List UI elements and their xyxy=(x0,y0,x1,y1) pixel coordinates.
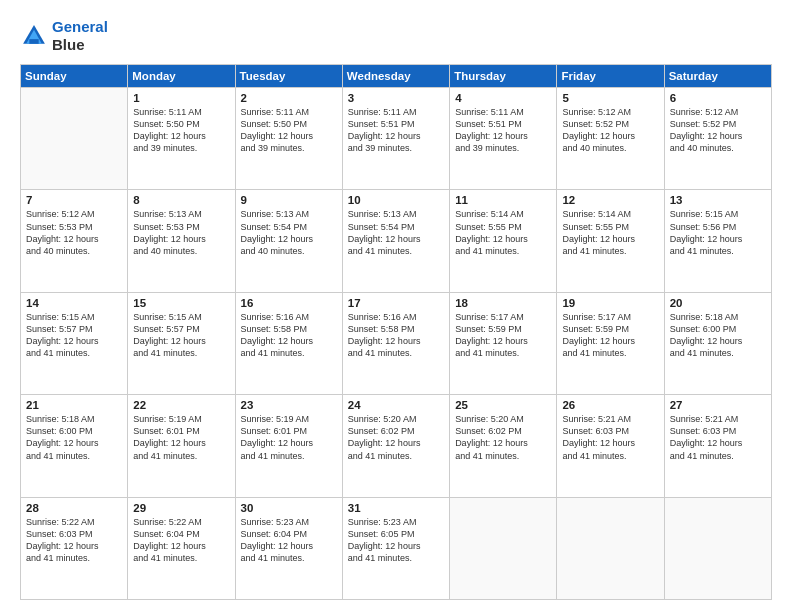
logo-text: General Blue xyxy=(52,18,108,54)
day-cell: 8Sunrise: 5:13 AM Sunset: 5:53 PM Daylig… xyxy=(128,190,235,292)
day-number: 11 xyxy=(455,194,551,206)
day-number: 24 xyxy=(348,399,444,411)
day-info: Sunrise: 5:12 AM Sunset: 5:53 PM Dayligh… xyxy=(26,208,122,257)
day-cell: 14Sunrise: 5:15 AM Sunset: 5:57 PM Dayli… xyxy=(21,292,128,394)
day-number: 18 xyxy=(455,297,551,309)
weekday-header-monday: Monday xyxy=(128,65,235,88)
day-cell: 31Sunrise: 5:23 AM Sunset: 6:05 PM Dayli… xyxy=(342,497,449,599)
weekday-header-saturday: Saturday xyxy=(664,65,771,88)
day-number: 13 xyxy=(670,194,766,206)
day-number: 12 xyxy=(562,194,658,206)
weekday-header-sunday: Sunday xyxy=(21,65,128,88)
day-info: Sunrise: 5:17 AM Sunset: 5:59 PM Dayligh… xyxy=(455,311,551,360)
day-cell: 2Sunrise: 5:11 AM Sunset: 5:50 PM Daylig… xyxy=(235,88,342,190)
week-row-3: 14Sunrise: 5:15 AM Sunset: 5:57 PM Dayli… xyxy=(21,292,772,394)
day-info: Sunrise: 5:11 AM Sunset: 5:51 PM Dayligh… xyxy=(455,106,551,155)
calendar: SundayMondayTuesdayWednesdayThursdayFrid… xyxy=(20,64,772,600)
day-number: 7 xyxy=(26,194,122,206)
day-number: 28 xyxy=(26,502,122,514)
day-number: 25 xyxy=(455,399,551,411)
day-cell: 10Sunrise: 5:13 AM Sunset: 5:54 PM Dayli… xyxy=(342,190,449,292)
day-cell: 27Sunrise: 5:21 AM Sunset: 6:03 PM Dayli… xyxy=(664,395,771,497)
day-cell: 28Sunrise: 5:22 AM Sunset: 6:03 PM Dayli… xyxy=(21,497,128,599)
logo: General Blue xyxy=(20,18,108,54)
day-cell: 18Sunrise: 5:17 AM Sunset: 5:59 PM Dayli… xyxy=(450,292,557,394)
logo-icon xyxy=(20,22,48,50)
header: General Blue xyxy=(20,18,772,54)
day-cell: 26Sunrise: 5:21 AM Sunset: 6:03 PM Dayli… xyxy=(557,395,664,497)
day-number: 30 xyxy=(241,502,337,514)
day-cell: 29Sunrise: 5:22 AM Sunset: 6:04 PM Dayli… xyxy=(128,497,235,599)
day-cell: 7Sunrise: 5:12 AM Sunset: 5:53 PM Daylig… xyxy=(21,190,128,292)
weekday-header-thursday: Thursday xyxy=(450,65,557,88)
week-row-5: 28Sunrise: 5:22 AM Sunset: 6:03 PM Dayli… xyxy=(21,497,772,599)
day-number: 9 xyxy=(241,194,337,206)
day-number: 4 xyxy=(455,92,551,104)
day-cell: 19Sunrise: 5:17 AM Sunset: 5:59 PM Dayli… xyxy=(557,292,664,394)
day-cell: 20Sunrise: 5:18 AM Sunset: 6:00 PM Dayli… xyxy=(664,292,771,394)
day-info: Sunrise: 5:22 AM Sunset: 6:03 PM Dayligh… xyxy=(26,516,122,565)
day-info: Sunrise: 5:13 AM Sunset: 5:54 PM Dayligh… xyxy=(241,208,337,257)
week-row-4: 21Sunrise: 5:18 AM Sunset: 6:00 PM Dayli… xyxy=(21,395,772,497)
day-cell: 30Sunrise: 5:23 AM Sunset: 6:04 PM Dayli… xyxy=(235,497,342,599)
day-number: 26 xyxy=(562,399,658,411)
day-cell: 13Sunrise: 5:15 AM Sunset: 5:56 PM Dayli… xyxy=(664,190,771,292)
day-cell: 16Sunrise: 5:16 AM Sunset: 5:58 PM Dayli… xyxy=(235,292,342,394)
day-info: Sunrise: 5:15 AM Sunset: 5:56 PM Dayligh… xyxy=(670,208,766,257)
day-cell: 22Sunrise: 5:19 AM Sunset: 6:01 PM Dayli… xyxy=(128,395,235,497)
day-info: Sunrise: 5:11 AM Sunset: 5:50 PM Dayligh… xyxy=(241,106,337,155)
day-cell: 9Sunrise: 5:13 AM Sunset: 5:54 PM Daylig… xyxy=(235,190,342,292)
day-number: 17 xyxy=(348,297,444,309)
day-number: 2 xyxy=(241,92,337,104)
day-cell: 21Sunrise: 5:18 AM Sunset: 6:00 PM Dayli… xyxy=(21,395,128,497)
day-cell: 23Sunrise: 5:19 AM Sunset: 6:01 PM Dayli… xyxy=(235,395,342,497)
day-number: 3 xyxy=(348,92,444,104)
weekday-header-tuesday: Tuesday xyxy=(235,65,342,88)
day-cell xyxy=(664,497,771,599)
day-info: Sunrise: 5:19 AM Sunset: 6:01 PM Dayligh… xyxy=(241,413,337,462)
day-cell: 15Sunrise: 5:15 AM Sunset: 5:57 PM Dayli… xyxy=(128,292,235,394)
day-number: 27 xyxy=(670,399,766,411)
day-number: 22 xyxy=(133,399,229,411)
day-info: Sunrise: 5:20 AM Sunset: 6:02 PM Dayligh… xyxy=(348,413,444,462)
weekday-header-row: SundayMondayTuesdayWednesdayThursdayFrid… xyxy=(21,65,772,88)
day-cell: 6Sunrise: 5:12 AM Sunset: 5:52 PM Daylig… xyxy=(664,88,771,190)
day-info: Sunrise: 5:23 AM Sunset: 6:05 PM Dayligh… xyxy=(348,516,444,565)
weekday-header-wednesday: Wednesday xyxy=(342,65,449,88)
calendar-body: 1Sunrise: 5:11 AM Sunset: 5:50 PM Daylig… xyxy=(21,88,772,600)
day-info: Sunrise: 5:18 AM Sunset: 6:00 PM Dayligh… xyxy=(26,413,122,462)
page: General Blue SundayMondayTuesdayWednesda… xyxy=(0,0,792,612)
day-cell: 5Sunrise: 5:12 AM Sunset: 5:52 PM Daylig… xyxy=(557,88,664,190)
day-cell: 17Sunrise: 5:16 AM Sunset: 5:58 PM Dayli… xyxy=(342,292,449,394)
day-info: Sunrise: 5:16 AM Sunset: 5:58 PM Dayligh… xyxy=(348,311,444,360)
day-number: 20 xyxy=(670,297,766,309)
day-cell xyxy=(21,88,128,190)
svg-rect-2 xyxy=(29,39,38,44)
day-number: 14 xyxy=(26,297,122,309)
day-number: 19 xyxy=(562,297,658,309)
day-info: Sunrise: 5:23 AM Sunset: 6:04 PM Dayligh… xyxy=(241,516,337,565)
day-info: Sunrise: 5:14 AM Sunset: 5:55 PM Dayligh… xyxy=(562,208,658,257)
day-info: Sunrise: 5:11 AM Sunset: 5:50 PM Dayligh… xyxy=(133,106,229,155)
day-number: 16 xyxy=(241,297,337,309)
day-info: Sunrise: 5:16 AM Sunset: 5:58 PM Dayligh… xyxy=(241,311,337,360)
day-info: Sunrise: 5:15 AM Sunset: 5:57 PM Dayligh… xyxy=(26,311,122,360)
day-number: 5 xyxy=(562,92,658,104)
day-number: 1 xyxy=(133,92,229,104)
day-info: Sunrise: 5:14 AM Sunset: 5:55 PM Dayligh… xyxy=(455,208,551,257)
day-info: Sunrise: 5:20 AM Sunset: 6:02 PM Dayligh… xyxy=(455,413,551,462)
day-info: Sunrise: 5:12 AM Sunset: 5:52 PM Dayligh… xyxy=(670,106,766,155)
day-info: Sunrise: 5:15 AM Sunset: 5:57 PM Dayligh… xyxy=(133,311,229,360)
week-row-2: 7Sunrise: 5:12 AM Sunset: 5:53 PM Daylig… xyxy=(21,190,772,292)
day-number: 29 xyxy=(133,502,229,514)
day-number: 10 xyxy=(348,194,444,206)
weekday-header-friday: Friday xyxy=(557,65,664,88)
day-info: Sunrise: 5:21 AM Sunset: 6:03 PM Dayligh… xyxy=(670,413,766,462)
day-number: 6 xyxy=(670,92,766,104)
day-number: 8 xyxy=(133,194,229,206)
day-info: Sunrise: 5:12 AM Sunset: 5:52 PM Dayligh… xyxy=(562,106,658,155)
day-number: 15 xyxy=(133,297,229,309)
day-cell: 25Sunrise: 5:20 AM Sunset: 6:02 PM Dayli… xyxy=(450,395,557,497)
day-cell: 3Sunrise: 5:11 AM Sunset: 5:51 PM Daylig… xyxy=(342,88,449,190)
day-info: Sunrise: 5:11 AM Sunset: 5:51 PM Dayligh… xyxy=(348,106,444,155)
